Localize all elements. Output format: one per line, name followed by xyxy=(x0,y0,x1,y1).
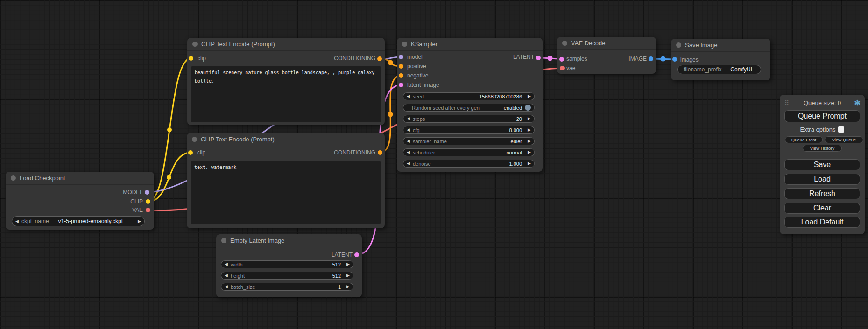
node-graph-canvas[interactable]: Load Checkpoint MODEL CLIP VAE ◀ ckpt_na… xyxy=(0,0,868,329)
filename-prefix-widget[interactable]: filename_prefix ComfyUI xyxy=(677,65,761,74)
width-widget[interactable]: ◀ width 512 ▶ xyxy=(221,260,353,268)
model-output-port[interactable] xyxy=(145,190,149,195)
view-history-button[interactable]: View History xyxy=(803,145,842,152)
collapse-dot-icon[interactable] xyxy=(402,42,407,47)
queue-prompt-button[interactable]: Queue Prompt xyxy=(784,110,860,122)
decrement-arrow-icon[interactable]: ◀ xyxy=(15,219,21,224)
collapse-dot-icon[interactable] xyxy=(192,42,198,47)
input-label-latent-image: latent_image xyxy=(407,82,439,88)
widget-label: seed xyxy=(413,94,424,99)
clip-output-port[interactable] xyxy=(146,199,150,204)
link-midpoint-dot xyxy=(388,112,393,117)
batch-size-widget[interactable]: ◀ batch_size 1 ▶ xyxy=(221,283,353,291)
queue-menu-panel[interactable]: ⠿ Queue size: 0 ✻ Queue Prompt Extra opt… xyxy=(780,95,865,234)
output-label-image: IMAGE xyxy=(628,56,647,62)
collapse-dot-icon[interactable] xyxy=(676,42,681,48)
input-label-model: model xyxy=(407,54,423,60)
decrement-arrow-icon[interactable]: ◀ xyxy=(407,94,413,98)
conditioning-output-port[interactable] xyxy=(378,150,382,155)
collapse-dot-icon[interactable] xyxy=(192,137,197,142)
node-title-bar[interactable]: CLIP Text Encode (Prompt) xyxy=(187,38,385,51)
node-clip-text-encode-positive[interactable]: CLIP Text Encode (Prompt) clip CONDITION… xyxy=(187,38,385,125)
node-title-bar[interactable]: CLIP Text Encode (Prompt) xyxy=(187,133,385,146)
widget-label: filename_prefix xyxy=(684,66,721,73)
increment-arrow-icon[interactable]: ▶ xyxy=(525,139,531,143)
conditioning-output-port[interactable] xyxy=(377,56,382,61)
refresh-button[interactable]: Refresh xyxy=(784,188,860,199)
toggle-knob[interactable] xyxy=(525,105,531,111)
clip-input-port[interactable] xyxy=(188,150,193,155)
clear-button[interactable]: Clear xyxy=(784,203,860,214)
decrement-arrow-icon[interactable]: ◀ xyxy=(407,117,413,121)
increment-arrow-icon[interactable]: ▶ xyxy=(525,94,531,98)
input-label-clip: clip xyxy=(197,149,205,156)
node-title-bar[interactable]: Empty Latent Image xyxy=(216,234,362,247)
increment-arrow-icon[interactable]: ▶ xyxy=(525,117,531,121)
collapse-dot-icon[interactable] xyxy=(562,41,567,46)
widget-label: scheduler xyxy=(413,150,435,155)
increment-arrow-icon[interactable]: ▶ xyxy=(525,128,531,132)
sampler-name-widget[interactable]: ◀ sampler_name euler ▶ xyxy=(403,137,535,145)
decrement-arrow-icon[interactable]: ◀ xyxy=(225,262,231,266)
increment-arrow-icon[interactable]: ▶ xyxy=(344,285,350,289)
decrement-arrow-icon[interactable]: ◀ xyxy=(407,150,413,154)
scheduler-widget[interactable]: ◀ scheduler normal ▶ xyxy=(403,148,535,156)
images-input-port[interactable] xyxy=(672,57,677,62)
node-title-bar[interactable]: Load Checkpoint xyxy=(6,172,154,185)
link-midpoint-dot xyxy=(548,56,553,61)
decrement-arrow-icon[interactable]: ◀ xyxy=(225,285,231,289)
link-midpoint-dot xyxy=(167,175,171,180)
node-save-image[interactable]: Save Image images filename_prefix ComfyU… xyxy=(671,39,770,80)
increment-arrow-icon[interactable]: ▶ xyxy=(525,161,531,166)
ckpt-name-widget[interactable]: ◀ ckpt_name v1-5-pruned-emaonly.ckpt ▶ xyxy=(12,216,145,226)
node-vae-decode[interactable]: VAE Decode samples vae IMAGE xyxy=(557,37,656,74)
positive-prompt-textarea[interactable]: beautiful scenery nature glass bottle la… xyxy=(191,66,381,122)
increment-arrow-icon[interactable]: ▶ xyxy=(344,262,350,266)
node-title-bar[interactable]: KSampler xyxy=(397,38,543,51)
height-widget[interactable]: ◀ height 512 ▶ xyxy=(221,272,353,280)
latent-image-input-port[interactable] xyxy=(399,83,403,87)
input-label-samples: samples xyxy=(566,56,587,62)
negative-prompt-textarea[interactable]: text, watermark xyxy=(191,161,381,224)
decrement-arrow-icon[interactable]: ◀ xyxy=(407,161,413,166)
widget-label: ckpt_name xyxy=(21,218,49,224)
save-button[interactable]: Save xyxy=(784,159,860,170)
samples-input-port[interactable] xyxy=(559,57,564,62)
cfg-widget[interactable]: ◀ cfg 8.000 ▶ xyxy=(403,126,535,134)
node-ksampler[interactable]: KSampler model positive negative latent_… xyxy=(397,38,543,172)
extra-options-checkbox[interactable] xyxy=(838,126,844,133)
node-empty-latent-image[interactable]: Empty Latent Image LATENT ◀ width 512 ▶ … xyxy=(216,234,362,297)
seed-widget[interactable]: ◀ seed 156680208700286 ▶ xyxy=(403,92,535,100)
settings-gear-icon[interactable]: ✻ xyxy=(854,99,861,107)
decrement-arrow-icon[interactable]: ◀ xyxy=(225,273,231,278)
node-title: CLIP Text Encode (Prompt) xyxy=(201,41,275,48)
node-clip-text-encode-negative[interactable]: CLIP Text Encode (Prompt) clip CONDITION… xyxy=(187,133,385,228)
load-default-button[interactable]: Load Default xyxy=(784,217,860,228)
view-queue-button[interactable]: View Queue xyxy=(825,136,863,143)
latent-output-port[interactable] xyxy=(536,56,541,60)
increment-arrow-icon[interactable]: ▶ xyxy=(344,273,350,278)
latent-output-port[interactable] xyxy=(354,252,359,257)
decrement-arrow-icon[interactable]: ◀ xyxy=(407,139,413,143)
vae-output-port[interactable] xyxy=(146,208,150,212)
random-seed-toggle-widget[interactable]: Random seed after every gen enabled xyxy=(403,104,535,112)
vae-input-port[interactable] xyxy=(560,66,565,70)
steps-widget[interactable]: ◀ steps 20 ▶ xyxy=(403,115,535,123)
increment-arrow-icon[interactable]: ▶ xyxy=(135,219,141,224)
node-title-bar[interactable]: VAE Decode xyxy=(557,37,656,50)
denoise-widget[interactable]: ◀ denoise 1.000 ▶ xyxy=(403,160,535,168)
extra-options-row: Extra options xyxy=(780,126,865,133)
load-button[interactable]: Load xyxy=(784,174,860,185)
decrement-arrow-icon[interactable]: ◀ xyxy=(407,128,413,132)
clip-input-port[interactable] xyxy=(189,56,193,61)
collapse-dot-icon[interactable] xyxy=(11,175,16,181)
collapse-dot-icon[interactable] xyxy=(221,238,226,243)
negative-input-port[interactable] xyxy=(399,73,403,78)
node-load-checkpoint[interactable]: Load Checkpoint MODEL CLIP VAE ◀ ckpt_na… xyxy=(6,172,154,230)
node-title-bar[interactable]: Save Image xyxy=(671,39,770,52)
queue-front-button[interactable]: Queue Front xyxy=(785,136,823,143)
model-input-port[interactable] xyxy=(399,55,403,59)
image-output-port[interactable] xyxy=(649,56,653,61)
increment-arrow-icon[interactable]: ▶ xyxy=(525,150,531,154)
positive-input-port[interactable] xyxy=(399,64,403,69)
